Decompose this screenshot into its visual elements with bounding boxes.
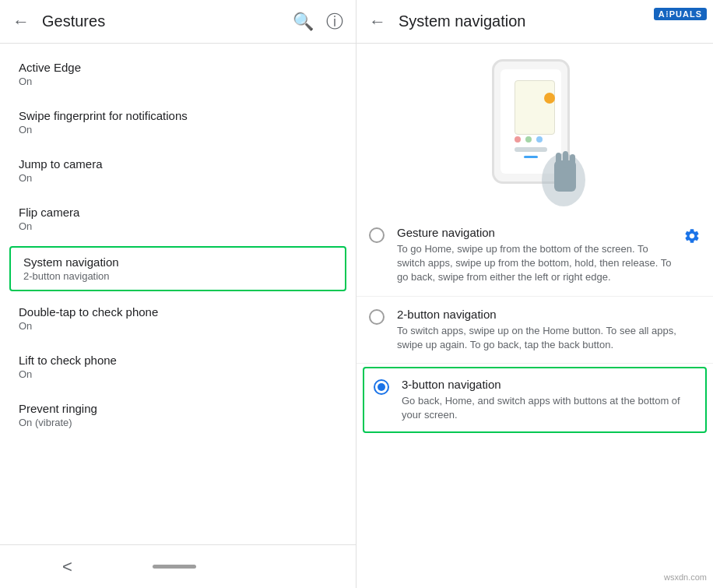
item-title: Lift to check phone	[19, 354, 337, 367]
svg-rect-3	[563, 151, 568, 168]
svg-rect-4	[570, 154, 575, 170]
item-sub: On	[19, 124, 337, 136]
phone-illustration	[484, 59, 585, 199]
gear-svg	[683, 227, 701, 245]
watermark: wsxdn.com	[664, 572, 707, 582]
left-help-icon[interactable]: ⓘ	[326, 10, 343, 33]
item-sub: On (vibrate)	[19, 417, 337, 428]
settings-item-double-tap[interactable]: Double-tap to check phone On	[0, 294, 356, 343]
radio-inner-3button	[378, 383, 385, 391]
left-header: ← Gestures 🔍 ⓘ	[0, 0, 356, 44]
settings-item-prevent-ringing[interactable]: Prevent ringing On (vibrate)	[0, 391, 356, 439]
item-sub: On	[19, 220, 337, 232]
phone-illustration-area	[356, 44, 713, 207]
item-sub: On	[19, 172, 337, 184]
item-sub: On	[19, 368, 337, 380]
3button-nav-desc: Go back, Home, and switch apps with butt…	[402, 394, 696, 422]
left-title: Gestures	[42, 12, 280, 30]
settings-item-active-edge[interactable]: Active Edge On	[0, 50, 356, 98]
item-title: System navigation	[23, 255, 332, 269]
item-title: Swipe fingerprint for notifications	[19, 109, 337, 122]
settings-item-swipe-fingerprint[interactable]: Swipe fingerprint for notifications On	[0, 98, 356, 146]
radio-outer-3button[interactable]	[374, 379, 389, 395]
gesture-nav-title: Gesture navigation	[397, 226, 677, 239]
right-back-icon[interactable]: ←	[369, 12, 386, 32]
appuals-logo: A⁝PUALS	[654, 6, 707, 20]
dot-red	[515, 136, 521, 143]
nav-back-btn[interactable]: <	[62, 557, 72, 577]
left-back-icon[interactable]: ←	[12, 12, 30, 32]
radio-gesture[interactable]	[369, 227, 385, 243]
phone-card	[515, 80, 555, 135]
right-panel: ← System navigation A⁝PUALS	[356, 0, 713, 588]
phone-line	[524, 156, 538, 158]
left-bottom-nav: <	[0, 544, 356, 588]
3button-nav-title: 3-button navigation	[402, 378, 696, 391]
item-sub: On	[19, 320, 337, 332]
nav-option-2button[interactable]: 2-button navigation To switch apps, swip…	[356, 297, 713, 364]
item-title: Jump to camera	[19, 157, 337, 171]
item-title: Active Edge	[19, 61, 337, 74]
item-sub: On	[19, 76, 337, 87]
nav-option-3button[interactable]: 2 3-button navigation Go back, Home, and…	[363, 367, 707, 433]
settings-item-jump-to-camera[interactable]: Jump to camera On	[0, 146, 356, 195]
2button-nav-text: 2-button navigation To switch apps, swip…	[397, 308, 701, 352]
2button-nav-title: 2-button navigation	[397, 308, 701, 321]
svg-rect-2	[556, 153, 561, 170]
gesture-nav-desc: To go Home, swipe up from the bottom of …	[397, 242, 677, 285]
item-title: Flip camera	[19, 206, 337, 219]
right-content: Gesture navigation To go Home, swipe up …	[356, 44, 713, 588]
gesture-nav-text: Gesture navigation To go Home, swipe up …	[397, 226, 677, 285]
radio-outer-2button[interactable]	[369, 309, 385, 325]
settings-item-lift-to-check[interactable]: Lift to check phone On	[0, 343, 356, 391]
2button-nav-desc: To switch apps, swipe up on the Home but…	[397, 324, 701, 352]
3button-nav-text: 3-button navigation Go back, Home, and s…	[402, 378, 696, 422]
item-title: Double-tap to check phone	[19, 305, 337, 319]
hand-svg	[539, 137, 589, 207]
settings-item-system-navigation[interactable]: System navigation 2-button navigation 1	[9, 246, 346, 291]
phone-dot	[544, 93, 555, 104]
nav-pill	[153, 565, 196, 569]
nav-options-list: Gesture navigation To go Home, swipe up …	[356, 207, 713, 444]
left-search-icon[interactable]: 🔍	[293, 12, 314, 32]
gear-icon[interactable]	[683, 227, 701, 248]
radio-3button[interactable]	[374, 379, 389, 395]
left-content: Active Edge On Swipe fingerprint for not…	[0, 44, 356, 544]
nav-option-gesture[interactable]: Gesture navigation To go Home, swipe up …	[356, 215, 713, 297]
left-panel: ← Gestures 🔍 ⓘ Active Edge On Swipe fing…	[0, 0, 356, 588]
item-sub: 2-button navigation	[23, 270, 332, 282]
radio-2button[interactable]	[369, 309, 385, 325]
settings-item-flip-camera[interactable]: Flip camera On	[0, 195, 356, 243]
item-title: Prevent ringing	[19, 402, 337, 415]
appuals-badge-text: A⁝PUALS	[654, 8, 707, 20]
dot-green	[525, 136, 532, 143]
radio-outer-gesture[interactable]	[369, 227, 385, 243]
